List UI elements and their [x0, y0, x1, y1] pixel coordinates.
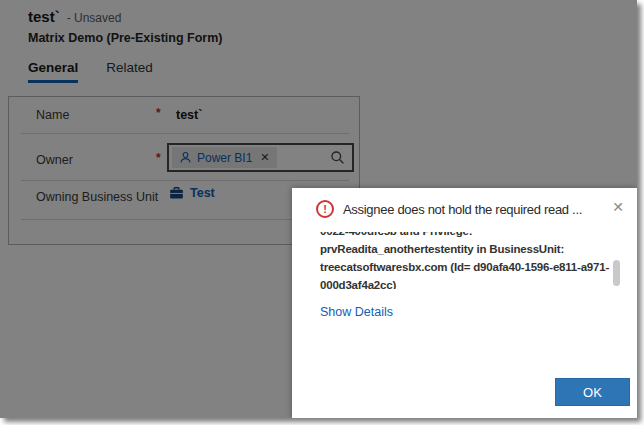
show-details-link[interactable]: Show Details [320, 305, 393, 319]
error-message-line: treecatsoftwaresbx.com (Id= d90afa40-159… [320, 258, 612, 276]
error-message-line: 000d3af4a2cc) [320, 276, 612, 289]
error-dialog-header: ! Assignee does not hold the required re… [316, 200, 606, 218]
error-message-text: 0022-400dfc5b and Privilege: prvReadita_… [320, 232, 612, 289]
error-dialog-title: Assignee does not hold the required read… [343, 202, 582, 217]
error-message-line: prvReadita_anothertestentity in Business… [320, 240, 612, 258]
error-message-scroll-area[interactable]: 0022-400dfc5b and Privilege: prvReadita_… [320, 232, 612, 289]
error-circle-icon: ! [316, 200, 334, 218]
scrollbar-thumb[interactable] [613, 260, 620, 286]
app-window: test`- Unsaved Matrix Demo (Pre-Existing… [0, 0, 637, 418]
error-message-line: 0022-400dfc5b and Privilege: [320, 232, 612, 240]
close-icon[interactable]: ✕ [612, 199, 624, 215]
error-dialog: ! Assignee does not hold the required re… [292, 188, 637, 418]
ok-button[interactable]: OK [555, 378, 630, 406]
